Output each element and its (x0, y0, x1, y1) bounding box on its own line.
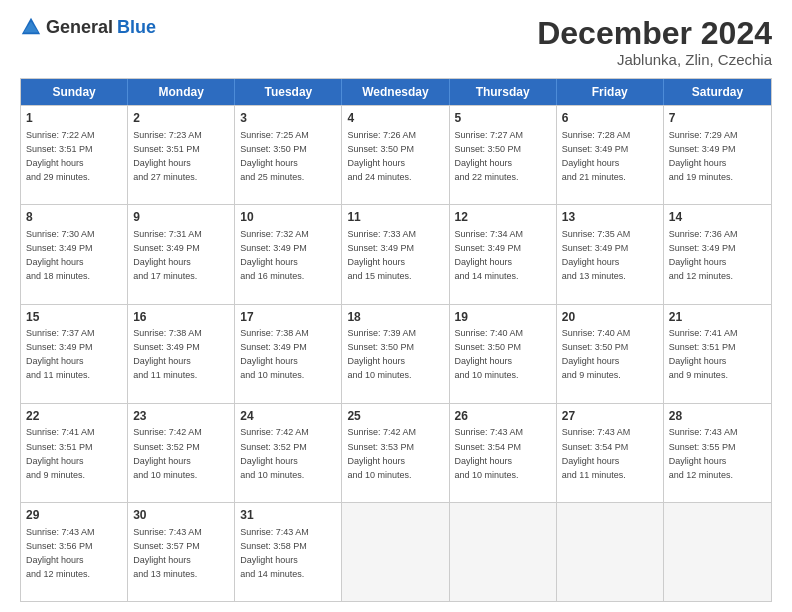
header-saturday: Saturday (664, 79, 771, 105)
day-number: 5 (455, 110, 551, 127)
cell-text: Sunrise: 7:27 AMSunset: 3:50 PMDaylight … (455, 130, 524, 182)
cell-text: Sunrise: 7:29 AMSunset: 3:49 PMDaylight … (669, 130, 738, 182)
calendar-cell: 6 Sunrise: 7:28 AMSunset: 3:49 PMDayligh… (557, 106, 664, 204)
calendar-body: 1 Sunrise: 7:22 AMSunset: 3:51 PMDayligh… (21, 105, 771, 601)
cell-text: Sunrise: 7:23 AMSunset: 3:51 PMDaylight … (133, 130, 202, 182)
cell-text: Sunrise: 7:25 AMSunset: 3:50 PMDaylight … (240, 130, 309, 182)
cell-text: Sunrise: 7:43 AMSunset: 3:56 PMDaylight … (26, 527, 95, 579)
calendar-header: Sunday Monday Tuesday Wednesday Thursday… (21, 79, 771, 105)
calendar-cell: 27 Sunrise: 7:43 AMSunset: 3:54 PMDaylig… (557, 404, 664, 502)
day-number: 10 (240, 209, 336, 226)
calendar-cell (342, 503, 449, 601)
calendar-cell: 9 Sunrise: 7:31 AMSunset: 3:49 PMDayligh… (128, 205, 235, 303)
calendar-cell (664, 503, 771, 601)
logo-icon (20, 16, 42, 38)
header-sunday: Sunday (21, 79, 128, 105)
calendar-cell: 28 Sunrise: 7:43 AMSunset: 3:55 PMDaylig… (664, 404, 771, 502)
title-area: December 2024 Jablunka, Zlin, Czechia (537, 16, 772, 68)
calendar-cell: 22 Sunrise: 7:41 AMSunset: 3:51 PMDaylig… (21, 404, 128, 502)
subtitle: Jablunka, Zlin, Czechia (537, 51, 772, 68)
day-number: 22 (26, 408, 122, 425)
cell-text: Sunrise: 7:31 AMSunset: 3:49 PMDaylight … (133, 229, 202, 281)
calendar-cell: 31 Sunrise: 7:43 AMSunset: 3:58 PMDaylig… (235, 503, 342, 601)
calendar-cell: 7 Sunrise: 7:29 AMSunset: 3:49 PMDayligh… (664, 106, 771, 204)
day-number: 16 (133, 309, 229, 326)
calendar-cell: 17 Sunrise: 7:38 AMSunset: 3:49 PMDaylig… (235, 305, 342, 403)
day-number: 24 (240, 408, 336, 425)
calendar-cell: 20 Sunrise: 7:40 AMSunset: 3:50 PMDaylig… (557, 305, 664, 403)
day-number: 13 (562, 209, 658, 226)
page: General Blue December 2024 Jablunka, Zli… (0, 0, 792, 612)
day-number: 25 (347, 408, 443, 425)
calendar-row-2: 8 Sunrise: 7:30 AMSunset: 3:49 PMDayligh… (21, 204, 771, 303)
day-number: 18 (347, 309, 443, 326)
day-number: 2 (133, 110, 229, 127)
calendar-cell: 24 Sunrise: 7:42 AMSunset: 3:52 PMDaylig… (235, 404, 342, 502)
cell-text: Sunrise: 7:38 AMSunset: 3:49 PMDaylight … (240, 328, 309, 380)
cell-text: Sunrise: 7:35 AMSunset: 3:49 PMDaylight … (562, 229, 631, 281)
calendar-cell: 5 Sunrise: 7:27 AMSunset: 3:50 PMDayligh… (450, 106, 557, 204)
calendar: Sunday Monday Tuesday Wednesday Thursday… (20, 78, 772, 602)
cell-text: Sunrise: 7:26 AMSunset: 3:50 PMDaylight … (347, 130, 416, 182)
logo-area: General Blue (20, 16, 156, 38)
calendar-cell: 14 Sunrise: 7:36 AMSunset: 3:49 PMDaylig… (664, 205, 771, 303)
day-number: 21 (669, 309, 766, 326)
cell-text: Sunrise: 7:42 AMSunset: 3:52 PMDaylight … (240, 427, 309, 479)
header-wednesday: Wednesday (342, 79, 449, 105)
calendar-cell: 8 Sunrise: 7:30 AMSunset: 3:49 PMDayligh… (21, 205, 128, 303)
cell-text: Sunrise: 7:32 AMSunset: 3:49 PMDaylight … (240, 229, 309, 281)
cell-text: Sunrise: 7:41 AMSunset: 3:51 PMDaylight … (669, 328, 738, 380)
calendar-cell: 15 Sunrise: 7:37 AMSunset: 3:49 PMDaylig… (21, 305, 128, 403)
cell-text: Sunrise: 7:43 AMSunset: 3:54 PMDaylight … (455, 427, 524, 479)
calendar-row-1: 1 Sunrise: 7:22 AMSunset: 3:51 PMDayligh… (21, 105, 771, 204)
svg-marker-1 (24, 22, 39, 33)
day-number: 23 (133, 408, 229, 425)
day-number: 15 (26, 309, 122, 326)
cell-text: Sunrise: 7:43 AMSunset: 3:58 PMDaylight … (240, 527, 309, 579)
calendar-cell: 21 Sunrise: 7:41 AMSunset: 3:51 PMDaylig… (664, 305, 771, 403)
day-number: 1 (26, 110, 122, 127)
cell-text: Sunrise: 7:40 AMSunset: 3:50 PMDaylight … (562, 328, 631, 380)
cell-text: Sunrise: 7:42 AMSunset: 3:52 PMDaylight … (133, 427, 202, 479)
header-monday: Monday (128, 79, 235, 105)
day-number: 9 (133, 209, 229, 226)
day-number: 8 (26, 209, 122, 226)
day-number: 11 (347, 209, 443, 226)
calendar-cell: 26 Sunrise: 7:43 AMSunset: 3:54 PMDaylig… (450, 404, 557, 502)
header-tuesday: Tuesday (235, 79, 342, 105)
calendar-cell: 12 Sunrise: 7:34 AMSunset: 3:49 PMDaylig… (450, 205, 557, 303)
day-number: 4 (347, 110, 443, 127)
calendar-row-3: 15 Sunrise: 7:37 AMSunset: 3:49 PMDaylig… (21, 304, 771, 403)
cell-text: Sunrise: 7:30 AMSunset: 3:49 PMDaylight … (26, 229, 95, 281)
day-number: 26 (455, 408, 551, 425)
day-number: 17 (240, 309, 336, 326)
cell-text: Sunrise: 7:40 AMSunset: 3:50 PMDaylight … (455, 328, 524, 380)
logo-blue: Blue (117, 17, 156, 38)
calendar-cell (557, 503, 664, 601)
calendar-cell: 13 Sunrise: 7:35 AMSunset: 3:49 PMDaylig… (557, 205, 664, 303)
day-number: 3 (240, 110, 336, 127)
day-number: 27 (562, 408, 658, 425)
cell-text: Sunrise: 7:37 AMSunset: 3:49 PMDaylight … (26, 328, 95, 380)
day-number: 19 (455, 309, 551, 326)
cell-text: Sunrise: 7:34 AMSunset: 3:49 PMDaylight … (455, 229, 524, 281)
calendar-cell: 10 Sunrise: 7:32 AMSunset: 3:49 PMDaylig… (235, 205, 342, 303)
day-number: 12 (455, 209, 551, 226)
day-number: 20 (562, 309, 658, 326)
logo: General Blue (20, 16, 156, 38)
cell-text: Sunrise: 7:42 AMSunset: 3:53 PMDaylight … (347, 427, 416, 479)
cell-text: Sunrise: 7:39 AMSunset: 3:50 PMDaylight … (347, 328, 416, 380)
calendar-row-4: 22 Sunrise: 7:41 AMSunset: 3:51 PMDaylig… (21, 403, 771, 502)
calendar-cell: 23 Sunrise: 7:42 AMSunset: 3:52 PMDaylig… (128, 404, 235, 502)
header-friday: Friday (557, 79, 664, 105)
day-number: 30 (133, 507, 229, 524)
cell-text: Sunrise: 7:22 AMSunset: 3:51 PMDaylight … (26, 130, 95, 182)
calendar-cell (450, 503, 557, 601)
day-number: 6 (562, 110, 658, 127)
calendar-cell: 19 Sunrise: 7:40 AMSunset: 3:50 PMDaylig… (450, 305, 557, 403)
calendar-cell: 3 Sunrise: 7:25 AMSunset: 3:50 PMDayligh… (235, 106, 342, 204)
calendar-cell: 1 Sunrise: 7:22 AMSunset: 3:51 PMDayligh… (21, 106, 128, 204)
cell-text: Sunrise: 7:43 AMSunset: 3:57 PMDaylight … (133, 527, 202, 579)
cell-text: Sunrise: 7:43 AMSunset: 3:55 PMDaylight … (669, 427, 738, 479)
header-thursday: Thursday (450, 79, 557, 105)
